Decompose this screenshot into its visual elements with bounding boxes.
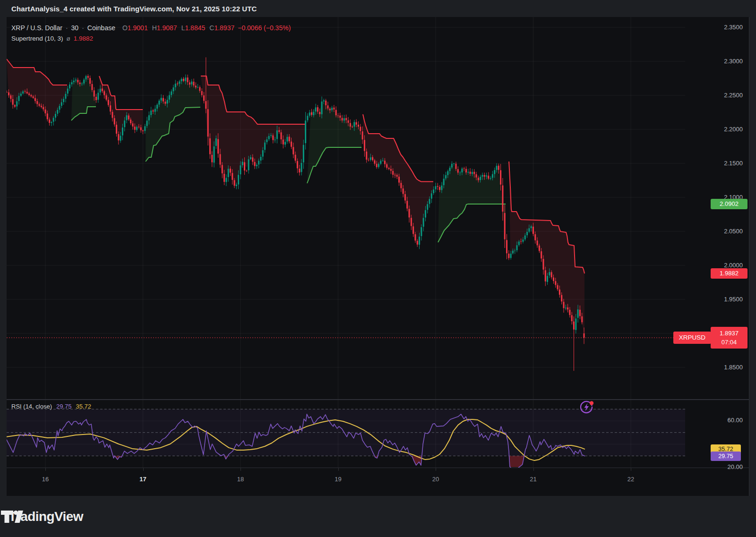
price-scale[interactable]: 2.0902 1.9882 1.8937 07:04 35.72 29.75 2…: [685, 17, 749, 468]
separator-dot: ·: [82, 24, 84, 32]
price-axis-tick: 2.3500: [724, 24, 743, 31]
chart-plot-area[interactable]: XRP / U.S. Dollar · 30 · Coinbase O1.900…: [7, 17, 685, 496]
ohlc-l-value: L1.8845: [181, 24, 206, 32]
time-axis-label: 19: [335, 476, 341, 483]
page-title: ChartAnalysis_4 created with TradingView…: [11, 5, 257, 13]
symbol-name[interactable]: XRP / U.S. Dollar: [11, 24, 62, 32]
time-axis-tick: [45, 468, 46, 471]
rsi-axis-tick: 60.00: [727, 417, 743, 424]
change-value: −0.0066 (−0.35%): [238, 24, 291, 32]
tradingview-logo[interactable]: TradingView: [9, 509, 83, 524]
separator-dot: ·: [66, 24, 68, 32]
time-axis-label: 17: [139, 476, 146, 483]
price-pane-canvas[interactable]: [7, 17, 685, 399]
price-axis-tick: 1.9500: [724, 296, 743, 303]
rsi-legend[interactable]: RSI (14, close) 29.75 35.72: [11, 402, 91, 410]
time-axis-tick: [143, 468, 144, 471]
tradingview-logo-icon: [0, 509, 24, 525]
last-price-value: 1.8937: [711, 329, 747, 338]
ohlc-c-value: C1.8937: [209, 24, 234, 32]
price-axis-tick: 2.3000: [724, 58, 743, 65]
indicator-value: 1.9882: [74, 35, 93, 42]
ohlc-o-value: O1.9001: [122, 24, 148, 32]
symbol-row[interactable]: XRP / U.S. Dollar · 30 · Coinbase O1.900…: [11, 23, 291, 33]
price-axis-tick: 2.2000: [724, 126, 743, 133]
time-axis-tick: [241, 468, 241, 471]
price-axis-tick: 2.2500: [724, 92, 743, 99]
top-bar: ChartAnalysis_4 created with TradingView…: [0, 0, 756, 17]
indicator-name[interactable]: Supertrend (10, 3): [11, 35, 63, 42]
lightning-icon: [578, 399, 594, 415]
bar-countdown: 07:04: [711, 338, 747, 347]
supertrend-down-price-label: 1.9882: [711, 268, 747, 279]
time-axis-tick: [533, 468, 534, 471]
chart-widget[interactable]: XRP / U.S. Dollar · 30 · Coinbase O1.900…: [7, 17, 749, 496]
rsi-axis-tick: 20.00: [727, 463, 743, 471]
rsi-ma-value: 35.72: [76, 403, 92, 410]
time-axis[interactable]: 16171819202122: [7, 468, 749, 496]
last-price-label: 1.8937 07:04: [711, 327, 747, 349]
rsi-axis-label: 29.75: [711, 452, 741, 461]
chart-legend: XRP / U.S. Dollar · 30 · Coinbase O1.900…: [11, 23, 291, 43]
price-axis-tick: 2.1500: [724, 160, 743, 167]
time-axis-tick: [631, 468, 631, 471]
exchange-name: Coinbase: [87, 24, 115, 32]
price-axis-tick: 1.8500: [724, 364, 743, 371]
symbol-price-tag: XRPUSD: [673, 332, 711, 344]
rsi-title[interactable]: RSI (14, close): [11, 403, 52, 410]
time-axis-label: 20: [432, 476, 439, 483]
time-axis-label: 16: [42, 476, 49, 483]
bottom-bar: TradingView: [0, 496, 756, 537]
average-symbol: ø: [67, 35, 70, 42]
time-axis-label: 21: [530, 476, 536, 483]
tradingview-chart-screenshot: ChartAnalysis_4 created with TradingView…: [0, 0, 756, 537]
price-axis-tick: 2.0500: [724, 228, 743, 235]
time-axis-label: 18: [237, 476, 244, 483]
indicator-row[interactable]: Supertrend (10, 3) ø 1.9882: [11, 34, 291, 43]
flash-pane-button[interactable]: [578, 391, 594, 407]
ohlc-values: O1.9001H1.9087L1.8845C1.8937: [122, 24, 234, 32]
interval-value[interactable]: 30: [71, 24, 79, 32]
ohlc-h-value: H1.9087: [152, 24, 177, 32]
rsi-value: 29.75: [56, 403, 72, 410]
time-axis-label: 22: [627, 476, 634, 483]
time-axis-tick: [338, 468, 339, 471]
supertrend-up-price-label: 2.0902: [711, 199, 747, 209]
time-axis-tick: [436, 468, 436, 471]
